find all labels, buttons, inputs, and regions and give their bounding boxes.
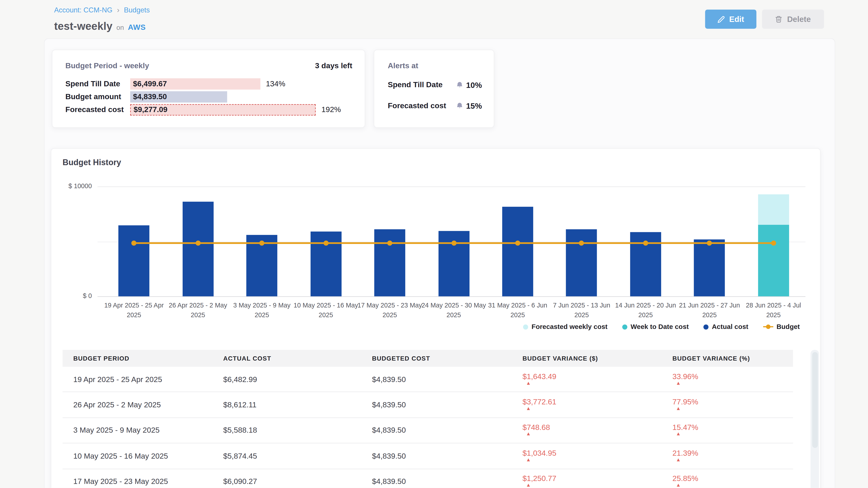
week-to-date-cost-bar[interactable]	[758, 225, 789, 296]
legend-item-actual-cost[interactable]: Actual cost	[704, 323, 748, 331]
table-cell-variance: $1,643.49▲	[512, 372, 662, 386]
variance-up-triangle-icon: ▲	[526, 380, 662, 386]
table-cell-variance: 15.47%▲	[662, 423, 793, 437]
x-axis-category-label: 19 Apr 2025 - 25 Apr 2025	[101, 301, 166, 320]
forecasted-weekly-cost-bar[interactable]	[758, 194, 789, 225]
variance-up-triangle-icon: ▲	[676, 482, 793, 488]
actual-cost-bar[interactable]	[374, 229, 405, 296]
table-cell-variance: 33.96%▲	[662, 372, 793, 386]
budget-period-row-label: Forecasted cost	[65, 105, 130, 113]
legend-item-week-to-date-cost[interactable]: Week to Date cost	[622, 323, 689, 331]
alert-threshold-percent: 10%	[466, 80, 482, 89]
table-header-cell: BUDGET VARIANCE ($)	[512, 355, 662, 362]
table-cell: $5,588.18	[213, 426, 361, 434]
actual-cost-bar[interactable]	[502, 207, 533, 296]
table-cell-variance: $1,250.77▲	[512, 475, 662, 488]
variance-up-triangle-icon: ▲	[676, 380, 793, 386]
table-cell-variance: $748.68▲	[512, 423, 662, 437]
variance-up-triangle-icon: ▲	[526, 406, 662, 412]
table-header-cell: BUDGET PERIOD	[63, 355, 213, 362]
budget-history-table: BUDGET PERIODACTUAL COSTBUDGETED COSTBUD…	[63, 350, 793, 488]
table-cell-variance: $3,772.61▲	[512, 398, 662, 412]
variance-up-triangle-icon: ▲	[676, 431, 793, 437]
budget-period-row-label: Budget amount	[65, 92, 130, 101]
table-cell: 3 May 2025 - 9 May 2025	[63, 426, 213, 434]
budget-line-marker[interactable]	[643, 240, 648, 246]
budget-period-row: Forecasted cost$9,277.09192%	[65, 103, 352, 116]
edit-button[interactable]: Edit	[705, 9, 756, 29]
edit-button-label: Edit	[729, 15, 744, 24]
actual-cost-bar[interactable]	[182, 202, 213, 296]
x-axis-category-label: 17 May 2025 - 23 May 2025	[357, 301, 423, 320]
actual-cost-bar[interactable]	[566, 229, 597, 296]
table-header-cell: ACTUAL COST	[213, 355, 361, 362]
table-row: 10 May 2025 - 16 May 2025$5,874.45$4,839…	[63, 444, 793, 469]
delete-button-label: Delete	[787, 15, 811, 24]
budget-line-marker[interactable]	[771, 240, 776, 246]
alert-row-value: 15%	[456, 101, 482, 110]
trash-icon	[775, 15, 782, 23]
budget-period-bar-spend: $6,499.67	[130, 78, 260, 89]
legend-label: Forecasted weekly cost	[532, 323, 608, 331]
alert-row-label: Forecasted cost	[388, 101, 446, 110]
x-axis-category-label: 24 May 2025 - 30 May 2025	[421, 301, 487, 320]
budget-period-bar-forecast: $9,277.09	[130, 104, 316, 115]
legend-swatch-icon	[523, 324, 528, 329]
variance-up-triangle-icon: ▲	[526, 457, 662, 462]
budget-period-bar-value: $6,499.67	[130, 79, 167, 88]
table-row: 3 May 2025 - 9 May 2025$5,588.18$4,839.5…	[63, 418, 793, 444]
actual-cost-bar[interactable]	[119, 225, 149, 296]
chart-legend: Forecasted weekly costWeek to Date costA…	[523, 323, 800, 331]
budget-period-card: Budget Period - weekly 3 days left Spend…	[52, 50, 365, 128]
y-axis-tick-label: $ 0	[51, 292, 92, 299]
table-cell: $4,839.50	[361, 400, 512, 409]
actual-cost-bar[interactable]	[694, 239, 725, 296]
table-cell-variance: $1,034.95▲	[512, 449, 662, 463]
budget-period-bar-budget: $4,839.50	[130, 91, 227, 102]
alerts-card: Alerts at Spend Till Date10%Forecasted c…	[374, 50, 494, 128]
table-row: 26 Apr 2025 - 2 May 2025$8,612.11$4,839.…	[63, 392, 793, 418]
table-header-cell: BUDGETED COST	[361, 355, 512, 362]
table-cell: $4,839.50	[361, 375, 512, 383]
table-scrollbar-track[interactable]	[811, 350, 819, 488]
table-cell: 19 Apr 2025 - 25 Apr 2025	[63, 375, 213, 383]
table-header-row: BUDGET PERIODACTUAL COSTBUDGETED COSTBUD…	[63, 350, 793, 367]
budget-period-row: Spend Till Date$6,499.67134%	[65, 77, 352, 90]
table-cell: $6,090.27	[213, 477, 361, 486]
table-cell: $4,839.50	[361, 477, 512, 486]
alerts-card-title: Alerts at	[388, 61, 418, 70]
alert-row-value: 10%	[456, 80, 482, 89]
budget-period-bar-value: $9,277.09	[131, 105, 167, 113]
legend-label: Actual cost	[712, 323, 748, 331]
legend-item-forecasted-weekly-cost[interactable]: Forecasted weekly cost	[523, 323, 608, 331]
x-axis-category-label: 26 Apr 2025 - 2 May 2025	[165, 301, 230, 320]
table-row: 17 May 2025 - 23 May 2025$6,090.27$4,839…	[63, 469, 793, 488]
chart-gridline	[97, 296, 805, 297]
legend-swatch-icon	[704, 324, 708, 329]
alert-threshold-percent: 15%	[466, 101, 482, 110]
table-cell: $8,612.11	[213, 400, 361, 409]
delete-button[interactable]: Delete	[762, 9, 824, 29]
legend-label: Budget	[776, 323, 800, 331]
legend-item-budget[interactable]: Budget	[763, 323, 800, 331]
table-cell: 17 May 2025 - 23 May 2025	[63, 477, 213, 486]
table-cell: $5,874.45	[213, 452, 361, 460]
page-title-on-label: on	[116, 24, 124, 32]
table-cell-variance: 21.39%▲	[662, 449, 793, 463]
table-scrollbar-thumb[interactable]	[812, 352, 817, 448]
page-title-row: test-weekly on AWS	[54, 20, 146, 33]
table-cell: $4,839.50	[361, 426, 512, 434]
legend-swatch-icon	[622, 324, 627, 329]
legend-dot	[766, 324, 770, 329]
breadcrumb: Account: CCM-NG › Budgets	[54, 6, 150, 14]
chart-gridline	[97, 186, 805, 187]
budget-line-marker[interactable]	[195, 240, 200, 246]
budget-period-card-title: Budget Period - weekly	[65, 61, 149, 70]
breadcrumb-account-link[interactable]: Account: CCM-NG	[54, 6, 112, 14]
bell-icon	[456, 81, 463, 89]
days-left-label: 3 days left	[315, 61, 352, 70]
budget-period-row: Budget amount$4,839.50	[65, 90, 352, 103]
breadcrumb-budgets-link[interactable]: Budgets	[124, 6, 150, 14]
budget-history-card: Budget History $ 10000$ 019 Apr 2025 - 2…	[51, 148, 820, 488]
table-body: 19 Apr 2025 - 25 Apr 2025$6,482.99$4,839…	[63, 367, 793, 488]
